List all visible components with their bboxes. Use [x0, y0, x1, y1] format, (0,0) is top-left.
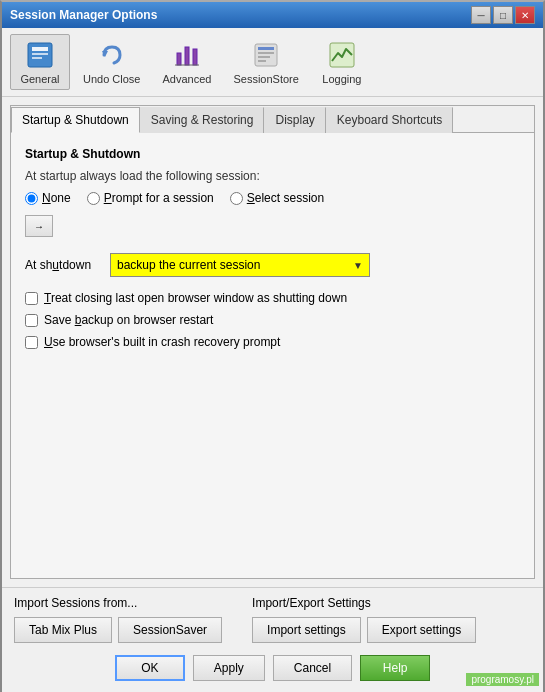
watermark: programosy.pl [466, 673, 539, 686]
close-button[interactable]: ✕ [515, 6, 535, 24]
tab-startup-shutdown[interactable]: Startup & Shutdown [11, 107, 140, 133]
tab-display[interactable]: Display [264, 107, 325, 133]
radio-group-startup: None Prompt for a session Select session [25, 191, 520, 205]
svg-rect-7 [193, 49, 197, 65]
maximize-button[interactable]: □ [493, 6, 513, 24]
svg-rect-2 [32, 53, 48, 55]
toolbar-label-logging: Logging [322, 73, 361, 85]
import-row: Import Sessions from... Tab Mix Plus Ses… [14, 596, 531, 643]
tab-content: Startup & Shutdown At startup always loa… [11, 133, 534, 578]
toolbar: General Undo Close Advanced [2, 28, 543, 97]
import-export-section: Import/Export Settings Import settings E… [252, 596, 476, 643]
sessionstore-icon [250, 39, 282, 71]
toolbar-label-undo-close: Undo Close [83, 73, 140, 85]
checkbox-save-backup-label: Save backup on browser restart [44, 313, 213, 327]
bottom-area: Import Sessions from... Tab Mix Plus Ses… [2, 587, 543, 692]
toolbar-item-logging[interactable]: Logging [312, 34, 372, 90]
radio-none-input[interactable] [25, 192, 38, 205]
small-button-row: → [25, 215, 520, 237]
svg-rect-6 [185, 47, 189, 65]
checkboxes-group: Treat closing last open browser window a… [25, 291, 520, 349]
import-sessions-label: Import Sessions from... [14, 596, 222, 610]
checkbox-treat-closing-input[interactable] [25, 292, 38, 305]
dropdown-arrow-icon: ▼ [353, 260, 363, 271]
import-export-buttons: Import settings Export settings [252, 617, 476, 643]
tab-saving-restoring[interactable]: Saving & Restoring [140, 107, 265, 133]
main-window: Session Manager Options ─ □ ✕ General [0, 0, 545, 692]
radio-prompt-label: Prompt for a session [104, 191, 214, 205]
svg-rect-13 [258, 60, 266, 62]
ok-button[interactable]: OK [115, 655, 185, 681]
checkbox-treat-closing-label: Treat closing last open browser window a… [44, 291, 347, 305]
tab-mix-plus-button[interactable]: Tab Mix Plus [14, 617, 112, 643]
toolbar-item-general[interactable]: General [10, 34, 70, 90]
shutdown-dropdown[interactable]: backup the current session ▼ [110, 253, 370, 277]
tab-keyboard-shortcuts[interactable]: Keyboard Shortcuts [326, 107, 453, 133]
section-title: Startup & Shutdown [25, 147, 520, 161]
radio-none[interactable]: None [25, 191, 71, 205]
svg-rect-5 [177, 53, 181, 65]
checkbox-use-browser[interactable]: Use browser's built in crash recovery pr… [25, 335, 520, 349]
export-settings-button[interactable]: Export settings [367, 617, 476, 643]
content-area: Startup & Shutdown Saving & Restoring Di… [2, 97, 543, 587]
title-bar: Session Manager Options ─ □ ✕ [2, 2, 543, 28]
toolbar-item-sessionstore[interactable]: SessionStore [224, 34, 307, 90]
logging-icon [326, 39, 358, 71]
shutdown-label: At shutdown [25, 258, 100, 272]
toolbar-label-general: General [20, 73, 59, 85]
session-saver-button[interactable]: SessionSaver [118, 617, 222, 643]
title-bar-buttons: ─ □ ✕ [471, 6, 535, 24]
minimize-button[interactable]: ─ [471, 6, 491, 24]
toolbar-label-sessionstore: SessionStore [233, 73, 298, 85]
import-session-buttons: Tab Mix Plus SessionSaver [14, 617, 222, 643]
tabs-container: Startup & Shutdown Saving & Restoring Di… [10, 105, 535, 579]
import-export-label: Import/Export Settings [252, 596, 476, 610]
shutdown-row: At shutdown backup the current session ▼ [25, 253, 520, 277]
svg-rect-1 [32, 47, 48, 51]
radio-select[interactable]: Select session [230, 191, 324, 205]
radio-select-label: Select session [247, 191, 324, 205]
checkbox-save-backup[interactable]: Save backup on browser restart [25, 313, 520, 327]
general-icon [24, 39, 56, 71]
radio-select-input[interactable] [230, 192, 243, 205]
toolbar-item-undo-close[interactable]: Undo Close [74, 34, 149, 90]
import-settings-button[interactable]: Import settings [252, 617, 361, 643]
apply-button[interactable]: Apply [193, 655, 265, 681]
advanced-icon [171, 39, 203, 71]
undo-close-icon [96, 39, 128, 71]
cancel-button[interactable]: Cancel [273, 655, 352, 681]
toolbar-item-advanced[interactable]: Advanced [153, 34, 220, 90]
radio-none-label: None [42, 191, 71, 205]
radio-prompt-input[interactable] [87, 192, 100, 205]
checkbox-save-backup-input[interactable] [25, 314, 38, 327]
toolbar-label-advanced: Advanced [162, 73, 211, 85]
help-button[interactable]: Help [360, 655, 430, 681]
svg-rect-11 [258, 52, 274, 54]
radio-prompt[interactable]: Prompt for a session [87, 191, 214, 205]
svg-rect-10 [258, 47, 274, 50]
session-arrow-button[interactable]: → [25, 215, 53, 237]
checkbox-use-browser-label: Use browser's built in crash recovery pr… [44, 335, 280, 349]
checkbox-treat-closing[interactable]: Treat closing last open browser window a… [25, 291, 520, 305]
dialog-buttons: OK Apply Cancel Help [14, 649, 531, 689]
shutdown-dropdown-value: backup the current session [117, 258, 260, 272]
import-sessions-section: Import Sessions from... Tab Mix Plus Ses… [14, 596, 222, 643]
tab-bar: Startup & Shutdown Saving & Restoring Di… [11, 106, 534, 133]
window-title: Session Manager Options [10, 8, 157, 22]
svg-rect-12 [258, 56, 270, 58]
subsection-text: At startup always load the following ses… [25, 169, 520, 183]
svg-rect-3 [32, 57, 42, 59]
checkbox-use-browser-input[interactable] [25, 336, 38, 349]
